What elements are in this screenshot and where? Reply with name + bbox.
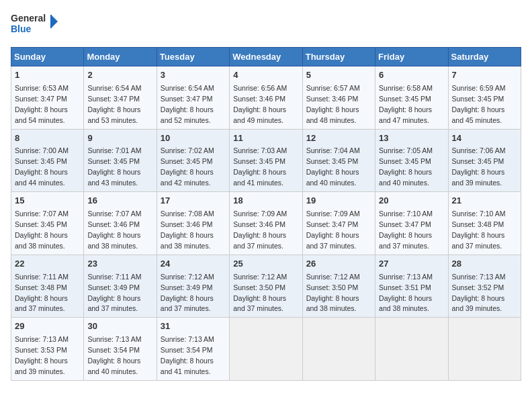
- calendar-day-cell: 1Sunrise: 6:53 AMSunset: 3:47 PMDaylight…: [11, 66, 84, 130]
- day-info: Sunrise: 7:05 AMSunset: 3:45 PMDaylight:…: [379, 146, 433, 187]
- day-info: Sunrise: 7:13 AMSunset: 3:54 PMDaylight:…: [87, 335, 141, 375]
- day-info: Sunrise: 6:56 AMSunset: 3:46 PMDaylight:…: [233, 84, 287, 124]
- page-header: General Blue: [11, 11, 521, 39]
- day-number: 10: [161, 132, 226, 145]
- day-info: Sunrise: 6:53 AMSunset: 3:47 PMDaylight:…: [15, 84, 69, 124]
- day-info: Sunrise: 6:59 AMSunset: 3:45 PMDaylight:…: [452, 84, 506, 124]
- day-number: 26: [306, 258, 371, 271]
- day-number: 2: [87, 69, 152, 82]
- calendar-day-cell: 4Sunrise: 6:56 AMSunset: 3:46 PMDaylight…: [230, 66, 302, 130]
- day-info: Sunrise: 7:11 AMSunset: 3:48 PMDaylight:…: [15, 273, 69, 313]
- calendar-day-cell: 8Sunrise: 7:00 AMSunset: 3:45 PMDaylight…: [11, 129, 84, 192]
- calendar-day-cell: 9Sunrise: 7:01 AMSunset: 3:45 PMDaylight…: [84, 129, 157, 192]
- svg-text:Blue: Blue: [11, 24, 32, 34]
- calendar-day-cell: 28Sunrise: 7:13 AMSunset: 3:52 PMDayligh…: [448, 255, 521, 318]
- calendar-day-cell: 24Sunrise: 7:12 AMSunset: 3:49 PMDayligh…: [157, 255, 229, 318]
- calendar-week-row: 15Sunrise: 7:07 AMSunset: 3:45 PMDayligh…: [11, 192, 521, 255]
- day-number: 8: [15, 132, 80, 145]
- day-info: Sunrise: 7:10 AMSunset: 3:47 PMDaylight:…: [379, 210, 433, 250]
- day-number: 21: [452, 195, 517, 208]
- calendar-day-cell: 25Sunrise: 7:12 AMSunset: 3:50 PMDayligh…: [230, 255, 302, 318]
- day-number: 16: [87, 195, 152, 208]
- day-of-week-header: Friday: [375, 48, 448, 66]
- day-info: Sunrise: 7:12 AMSunset: 3:49 PMDaylight:…: [161, 273, 214, 313]
- day-number: 17: [161, 195, 226, 208]
- day-of-week-header: Monday: [84, 48, 157, 66]
- day-number: 23: [87, 258, 152, 271]
- svg-text:General: General: [11, 13, 46, 24]
- day-info: Sunrise: 7:00 AMSunset: 3:45 PMDaylight:…: [15, 146, 69, 187]
- day-number: 12: [306, 132, 371, 145]
- day-number: 9: [87, 132, 152, 145]
- day-info: Sunrise: 6:57 AMSunset: 3:46 PMDaylight:…: [306, 84, 360, 124]
- calendar-day-cell: 7Sunrise: 6:59 AMSunset: 3:45 PMDaylight…: [448, 66, 521, 130]
- calendar-day-cell: [302, 318, 375, 381]
- day-number: 11: [233, 132, 298, 145]
- day-number: 7: [452, 69, 517, 82]
- day-of-week-header: Thursday: [302, 48, 375, 66]
- calendar-week-row: 1Sunrise: 6:53 AMSunset: 3:47 PMDaylight…: [11, 66, 521, 130]
- calendar-day-cell: 22Sunrise: 7:11 AMSunset: 3:48 PMDayligh…: [11, 255, 84, 318]
- calendar-week-row: 22Sunrise: 7:11 AMSunset: 3:48 PMDayligh…: [11, 255, 521, 318]
- day-info: Sunrise: 7:06 AMSunset: 3:45 PMDaylight:…: [452, 146, 506, 187]
- svg-marker-2: [51, 15, 58, 28]
- day-info: Sunrise: 7:12 AMSunset: 3:50 PMDaylight:…: [233, 273, 287, 313]
- day-info: Sunrise: 6:54 AMSunset: 3:47 PMDaylight:…: [161, 84, 214, 124]
- day-info: Sunrise: 7:07 AMSunset: 3:46 PMDaylight:…: [87, 210, 141, 250]
- day-number: 31: [161, 320, 226, 333]
- calendar-table: SundayMondayTuesdayWednesdayThursdayFrid…: [11, 47, 521, 381]
- day-number: 1: [15, 69, 80, 82]
- day-number: 29: [15, 320, 80, 333]
- day-info: Sunrise: 7:12 AMSunset: 3:50 PMDaylight:…: [306, 273, 360, 313]
- calendar-day-cell: 21Sunrise: 7:10 AMSunset: 3:48 PMDayligh…: [448, 192, 521, 255]
- day-number: 19: [306, 195, 371, 208]
- day-info: Sunrise: 7:02 AMSunset: 3:45 PMDaylight:…: [161, 146, 214, 187]
- day-info: Sunrise: 7:13 AMSunset: 3:53 PMDaylight:…: [15, 335, 69, 375]
- day-number: 15: [15, 195, 80, 208]
- day-number: 14: [452, 132, 517, 145]
- calendar-day-cell: 10Sunrise: 7:02 AMSunset: 3:45 PMDayligh…: [157, 129, 229, 192]
- calendar-day-cell: 2Sunrise: 6:54 AMSunset: 3:47 PMDaylight…: [84, 66, 157, 130]
- calendar-day-cell: 5Sunrise: 6:57 AMSunset: 3:46 PMDaylight…: [302, 66, 375, 130]
- day-of-week-header: Saturday: [448, 48, 521, 66]
- calendar-day-cell: 23Sunrise: 7:11 AMSunset: 3:49 PMDayligh…: [84, 255, 157, 318]
- calendar-day-cell: 11Sunrise: 7:03 AMSunset: 3:45 PMDayligh…: [230, 129, 302, 192]
- calendar-day-cell: 26Sunrise: 7:12 AMSunset: 3:50 PMDayligh…: [302, 255, 375, 318]
- calendar-day-cell: 16Sunrise: 7:07 AMSunset: 3:46 PMDayligh…: [84, 192, 157, 255]
- calendar-day-cell: 20Sunrise: 7:10 AMSunset: 3:47 PMDayligh…: [375, 192, 448, 255]
- day-info: Sunrise: 7:04 AMSunset: 3:45 PMDaylight:…: [306, 146, 360, 187]
- day-info: Sunrise: 7:13 AMSunset: 3:54 PMDaylight:…: [161, 335, 214, 375]
- day-number: 3: [161, 69, 226, 82]
- day-info: Sunrise: 7:03 AMSunset: 3:45 PMDaylight:…: [233, 146, 287, 187]
- day-info: Sunrise: 7:07 AMSunset: 3:45 PMDaylight:…: [15, 210, 69, 250]
- calendar-day-cell: [375, 318, 448, 381]
- calendar-day-cell: 19Sunrise: 7:09 AMSunset: 3:47 PMDayligh…: [302, 192, 375, 255]
- calendar-week-row: 29Sunrise: 7:13 AMSunset: 3:53 PMDayligh…: [11, 318, 521, 381]
- day-number: 28: [452, 258, 517, 271]
- day-info: Sunrise: 7:13 AMSunset: 3:52 PMDaylight:…: [452, 273, 506, 313]
- day-info: Sunrise: 7:11 AMSunset: 3:49 PMDaylight:…: [87, 273, 141, 313]
- day-info: Sunrise: 7:13 AMSunset: 3:51 PMDaylight:…: [379, 273, 433, 313]
- calendar-week-row: 8Sunrise: 7:00 AMSunset: 3:45 PMDaylight…: [11, 129, 521, 192]
- calendar-day-cell: 29Sunrise: 7:13 AMSunset: 3:53 PMDayligh…: [11, 318, 84, 381]
- calendar-day-cell: 27Sunrise: 7:13 AMSunset: 3:51 PMDayligh…: [375, 255, 448, 318]
- calendar-day-cell: [448, 318, 521, 381]
- day-info: Sunrise: 7:09 AMSunset: 3:46 PMDaylight:…: [233, 210, 287, 250]
- day-number: 13: [379, 132, 444, 145]
- calendar-body: 1Sunrise: 6:53 AMSunset: 3:47 PMDaylight…: [11, 66, 521, 381]
- calendar-day-cell: 13Sunrise: 7:05 AMSunset: 3:45 PMDayligh…: [375, 129, 448, 192]
- day-number: 4: [233, 69, 298, 82]
- day-number: 5: [306, 69, 371, 82]
- calendar-header-row: SundayMondayTuesdayWednesdayThursdayFrid…: [11, 48, 521, 66]
- logo-svg: General Blue: [11, 11, 58, 39]
- calendar-day-cell: 30Sunrise: 7:13 AMSunset: 3:54 PMDayligh…: [84, 318, 157, 381]
- day-info: Sunrise: 6:54 AMSunset: 3:47 PMDaylight:…: [87, 84, 141, 124]
- calendar-day-cell: 3Sunrise: 6:54 AMSunset: 3:47 PMDaylight…: [157, 66, 229, 130]
- day-number: 22: [15, 258, 80, 271]
- day-number: 25: [233, 258, 298, 271]
- day-info: Sunrise: 6:58 AMSunset: 3:45 PMDaylight:…: [379, 84, 433, 124]
- calendar-day-cell: 31Sunrise: 7:13 AMSunset: 3:54 PMDayligh…: [157, 318, 229, 381]
- calendar-day-cell: 15Sunrise: 7:07 AMSunset: 3:45 PMDayligh…: [11, 192, 84, 255]
- day-of-week-header: Tuesday: [157, 48, 229, 66]
- day-number: 18: [233, 195, 298, 208]
